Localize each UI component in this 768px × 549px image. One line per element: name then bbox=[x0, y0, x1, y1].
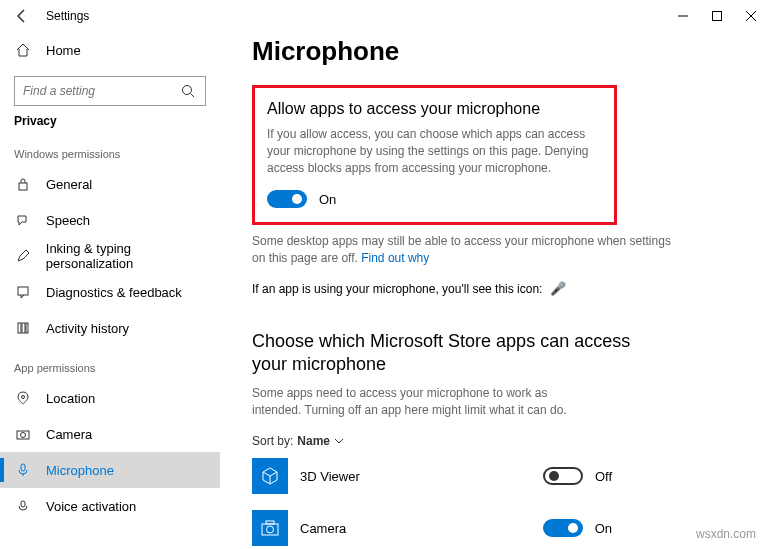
svg-rect-18 bbox=[266, 521, 274, 524]
sidebar-label: Home bbox=[46, 43, 81, 58]
sidebar-item-location[interactable]: Location bbox=[0, 380, 220, 416]
toggle-knob bbox=[568, 523, 578, 533]
titlebar: Settings bbox=[0, 0, 768, 32]
maximize-icon bbox=[712, 11, 722, 21]
sidebar-label: Location bbox=[46, 391, 95, 406]
app-row-3d-viewer: 3D Viewer Off bbox=[252, 452, 612, 500]
voice-icon bbox=[14, 497, 32, 515]
lock-icon bbox=[14, 175, 32, 193]
search-icon bbox=[181, 84, 197, 98]
sidebar-item-voice-activation[interactable]: Voice activation bbox=[0, 488, 220, 524]
close-icon bbox=[746, 11, 756, 21]
microphone-icon bbox=[14, 461, 32, 479]
app-toggle-label: Off bbox=[595, 469, 612, 484]
history-icon bbox=[14, 319, 32, 337]
app-toggle-camera[interactable] bbox=[543, 519, 583, 537]
main-panel: Microphone Allow apps to access your mic… bbox=[220, 32, 768, 549]
sidebar-item-general[interactable]: General bbox=[0, 166, 220, 202]
home-icon bbox=[14, 41, 32, 59]
sidebar-item-camera[interactable]: Camera bbox=[0, 416, 220, 452]
svg-line-5 bbox=[191, 94, 195, 98]
allow-description: If you allow access, you can choose whic… bbox=[267, 126, 600, 176]
sidebar-item-activity[interactable]: Activity history bbox=[0, 310, 220, 346]
icon-hint: If an app is using your microphone, you'… bbox=[252, 281, 768, 296]
toggle-knob bbox=[549, 471, 559, 481]
choose-apps-heading: Choose which Microsoft Store apps can ac… bbox=[252, 330, 632, 377]
sidebar-label: Microphone bbox=[46, 463, 114, 478]
window-title: Settings bbox=[46, 9, 89, 23]
sidebar-group-windows: Windows permissions bbox=[0, 132, 220, 166]
back-button[interactable] bbox=[12, 6, 32, 26]
desktop-apps-note: Some desktop apps may still be able to a… bbox=[252, 233, 672, 267]
feedback-icon bbox=[14, 283, 32, 301]
sidebar-label: Diagnostics & feedback bbox=[46, 285, 182, 300]
close-button[interactable] bbox=[734, 0, 768, 32]
app-row-camera: Camera On bbox=[252, 504, 612, 549]
minimize-button[interactable] bbox=[666, 0, 700, 32]
svg-rect-14 bbox=[21, 464, 25, 471]
chevron-down-icon bbox=[334, 436, 344, 446]
svg-rect-7 bbox=[18, 287, 28, 295]
search-input[interactable] bbox=[23, 84, 181, 98]
speech-icon bbox=[14, 211, 32, 229]
toggle-knob bbox=[292, 194, 302, 204]
app-icon-camera bbox=[252, 510, 288, 546]
svg-point-11 bbox=[22, 396, 25, 399]
find-out-link[interactable]: Find out why bbox=[361, 251, 429, 265]
sort-value: Name bbox=[297, 434, 330, 448]
svg-point-17 bbox=[267, 526, 274, 533]
sidebar-section-header: Privacy bbox=[0, 106, 220, 132]
sidebar-label: Inking & typing personalization bbox=[46, 241, 220, 271]
svg-rect-1 bbox=[713, 12, 722, 21]
svg-point-13 bbox=[21, 433, 26, 438]
app-name: 3D Viewer bbox=[300, 469, 543, 484]
arrow-left-icon bbox=[14, 8, 30, 24]
svg-point-4 bbox=[183, 86, 192, 95]
app-icon-3d-viewer bbox=[252, 458, 288, 494]
allow-toggle-label: On bbox=[319, 192, 336, 207]
search-box[interactable] bbox=[14, 76, 206, 106]
sidebar-item-inking[interactable]: Inking & typing personalization bbox=[0, 238, 220, 274]
selection-bar bbox=[0, 458, 4, 482]
location-icon bbox=[14, 389, 32, 407]
watermark: wsxdn.com bbox=[696, 527, 756, 541]
allow-access-highlight: Allow apps to access your microphone If … bbox=[252, 85, 617, 225]
sidebar-item-diagnostics[interactable]: Diagnostics & feedback bbox=[0, 274, 220, 310]
window-controls bbox=[666, 0, 768, 32]
sidebar-item-speech[interactable]: Speech bbox=[0, 202, 220, 238]
sidebar-label: Camera bbox=[46, 427, 92, 442]
sidebar-label: Speech bbox=[46, 213, 90, 228]
pen-icon bbox=[14, 247, 32, 265]
page-title: Microphone bbox=[252, 36, 768, 67]
sidebar-item-microphone[interactable]: Microphone bbox=[0, 452, 220, 488]
svg-rect-6 bbox=[19, 183, 27, 190]
svg-rect-9 bbox=[22, 323, 25, 333]
minimize-icon bbox=[678, 11, 688, 21]
allow-apps-toggle[interactable] bbox=[267, 190, 307, 208]
sidebar-label: Voice activation bbox=[46, 499, 136, 514]
sidebar-group-app: App permissions bbox=[0, 346, 220, 380]
svg-rect-8 bbox=[18, 323, 21, 333]
sidebar-label: Activity history bbox=[46, 321, 129, 336]
app-name: Camera bbox=[300, 521, 543, 536]
sidebar: Home Privacy Windows permissions General… bbox=[0, 32, 220, 549]
app-toggle-label: On bbox=[595, 521, 612, 536]
app-toggle-3d-viewer[interactable] bbox=[543, 467, 583, 485]
sidebar-item-home[interactable]: Home bbox=[0, 32, 220, 68]
svg-rect-15 bbox=[21, 501, 25, 507]
allow-heading: Allow apps to access your microphone bbox=[267, 100, 600, 118]
choose-apps-description: Some apps need to access your microphone… bbox=[252, 385, 592, 419]
sidebar-label: General bbox=[46, 177, 92, 192]
maximize-button[interactable] bbox=[700, 0, 734, 32]
sort-prefix: Sort by: bbox=[252, 434, 293, 448]
microphone-indicator-icon: 🎤 bbox=[550, 281, 566, 296]
camera-icon bbox=[14, 425, 32, 443]
svg-rect-10 bbox=[26, 323, 28, 333]
sort-by[interactable]: Sort by: Name bbox=[252, 434, 768, 448]
